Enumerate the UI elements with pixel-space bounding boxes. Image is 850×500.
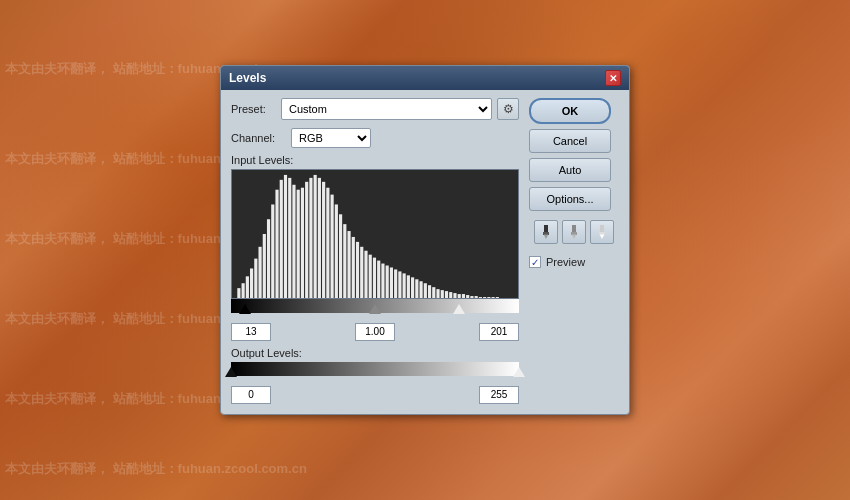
white-input-handle[interactable]	[453, 304, 465, 314]
output-slider-track[interactable]	[231, 362, 519, 376]
svg-rect-33	[377, 261, 380, 298]
svg-rect-2	[246, 276, 249, 298]
svg-rect-17	[309, 178, 312, 298]
preset-label: Preset:	[231, 103, 276, 115]
svg-rect-24	[339, 214, 342, 298]
svg-rect-56	[475, 296, 478, 298]
svg-rect-38	[398, 271, 401, 298]
input-values	[231, 323, 519, 341]
svg-rect-13	[292, 185, 295, 298]
output-white-value[interactable]	[479, 386, 519, 404]
svg-rect-34	[381, 264, 384, 298]
svg-rect-55	[470, 296, 473, 298]
svg-rect-4	[254, 259, 257, 298]
svg-rect-69	[572, 225, 576, 233]
svg-rect-60	[492, 297, 495, 298]
svg-rect-10	[280, 180, 283, 298]
svg-rect-31	[369, 255, 372, 298]
input-slider-track[interactable]	[231, 299, 519, 313]
svg-rect-28	[356, 242, 359, 298]
svg-rect-8	[271, 204, 274, 298]
svg-rect-22	[331, 195, 334, 298]
levels-dialog: Levels ✕ Preset: Custom ⚙ Channel:	[220, 65, 630, 415]
svg-rect-30	[364, 251, 367, 298]
svg-rect-51	[453, 293, 456, 298]
output-values	[231, 386, 519, 404]
svg-rect-67	[544, 234, 548, 235]
black-eyedropper-button[interactable]	[534, 220, 558, 244]
cancel-button[interactable]: Cancel	[529, 129, 611, 153]
svg-rect-6	[263, 234, 266, 298]
channel-label: Channel:	[231, 132, 286, 144]
input-black-value[interactable]	[231, 323, 271, 341]
svg-rect-42	[415, 279, 418, 298]
mid-input-handle[interactable]	[369, 304, 381, 314]
ok-button[interactable]: OK	[529, 98, 611, 124]
preview-checkbox[interactable]: ✓	[529, 256, 541, 268]
eyedropper-row	[529, 220, 619, 244]
dialog-overlay: Levels ✕ Preset: Custom ⚙ Channel:	[0, 0, 850, 500]
svg-marker-76	[600, 235, 604, 239]
svg-rect-40	[407, 275, 410, 298]
channel-select[interactable]: RGB Red Green Blue	[291, 128, 371, 148]
svg-marker-68	[544, 235, 548, 239]
svg-rect-36	[390, 267, 393, 298]
svg-rect-35	[386, 266, 389, 298]
svg-rect-7	[267, 219, 270, 298]
svg-rect-43	[419, 281, 422, 298]
svg-rect-58	[483, 297, 486, 298]
input-slider-area[interactable]	[231, 299, 519, 321]
preview-label: Preview	[546, 256, 585, 268]
svg-rect-3	[250, 268, 253, 298]
svg-rect-52	[458, 294, 461, 298]
white-eyedropper-button[interactable]	[590, 220, 614, 244]
svg-rect-59	[487, 297, 490, 298]
svg-rect-1	[242, 283, 245, 298]
black-input-handle[interactable]	[239, 304, 251, 314]
black-output-handle[interactable]	[225, 367, 237, 377]
svg-rect-47	[436, 289, 439, 298]
svg-rect-16	[305, 182, 308, 298]
svg-rect-18	[314, 175, 317, 298]
preview-row: ✓ Preview	[529, 256, 619, 268]
svg-rect-49	[445, 291, 448, 298]
svg-rect-46	[432, 287, 435, 298]
svg-rect-75	[600, 234, 604, 235]
svg-rect-53	[462, 294, 465, 298]
dialog-titlebar: Levels ✕	[221, 66, 629, 90]
gear-button[interactable]: ⚙	[497, 98, 519, 120]
svg-rect-14	[297, 190, 300, 298]
svg-rect-12	[288, 178, 291, 298]
svg-rect-0	[237, 288, 240, 298]
svg-rect-19	[318, 178, 321, 298]
svg-rect-32	[373, 258, 376, 298]
svg-rect-15	[301, 188, 304, 298]
svg-rect-20	[322, 182, 325, 298]
check-mark: ✓	[531, 257, 539, 268]
input-mid-value[interactable]	[355, 323, 395, 341]
output-slider-area[interactable]	[231, 362, 519, 384]
close-button[interactable]: ✕	[605, 70, 621, 86]
options-button[interactable]: Options...	[529, 187, 611, 211]
left-panel: Preset: Custom ⚙ Channel: RGB Red Green …	[231, 98, 519, 404]
histogram	[231, 169, 519, 299]
svg-rect-50	[449, 292, 452, 298]
svg-rect-29	[360, 247, 363, 298]
svg-rect-54	[466, 295, 469, 298]
svg-rect-41	[411, 277, 414, 298]
svg-rect-5	[258, 247, 261, 298]
svg-rect-57	[479, 297, 482, 298]
dialog-body: Preset: Custom ⚙ Channel: RGB Red Green …	[221, 90, 629, 414]
white-output-handle[interactable]	[513, 367, 525, 377]
preset-row: Preset: Custom ⚙	[231, 98, 519, 120]
channel-row: Channel: RGB Red Green Blue	[231, 128, 519, 148]
input-white-value[interactable]	[479, 323, 519, 341]
preset-select[interactable]: Custom	[281, 98, 492, 120]
svg-rect-25	[343, 224, 346, 298]
output-black-value[interactable]	[231, 386, 271, 404]
svg-rect-44	[424, 283, 427, 298]
input-levels-label: Input Levels:	[231, 154, 519, 166]
gray-eyedropper-button[interactable]	[562, 220, 586, 244]
right-panel: OK Cancel Auto Options...	[529, 98, 619, 404]
auto-button[interactable]: Auto	[529, 158, 611, 182]
